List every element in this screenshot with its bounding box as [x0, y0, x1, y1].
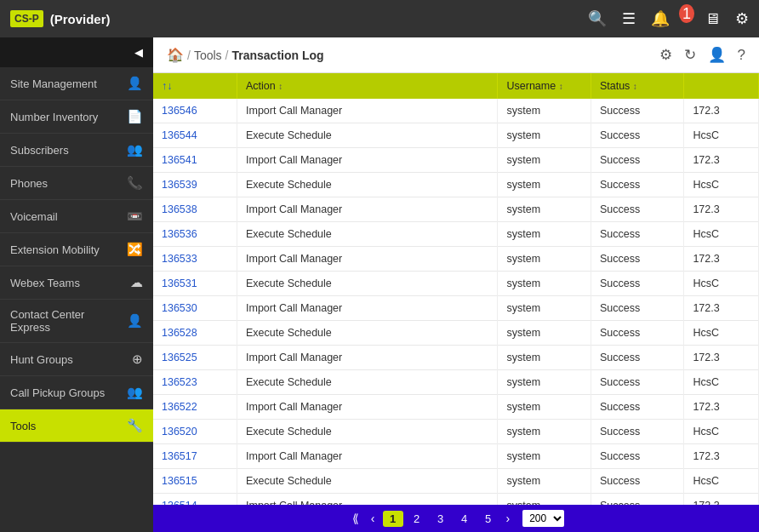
- hunt-groups-icon: ⊕: [132, 352, 143, 367]
- subscribers-icon: 👥: [127, 142, 143, 157]
- cell-id[interactable]: 136528: [153, 321, 237, 346]
- sidebar-item-subscribers[interactable]: Subscribers 👥: [0, 134, 153, 167]
- help-icon[interactable]: ?: [738, 47, 745, 64]
- table-row[interactable]: 136531 Execute Schedule system Success H…: [153, 272, 759, 296]
- table-row[interactable]: 136546 Import Call Manager system Succes…: [153, 99, 759, 123]
- cell-id[interactable]: 136536: [153, 222, 237, 247]
- table-row[interactable]: 136536 Execute Schedule system Success H…: [153, 222, 759, 247]
- cell-username: system: [498, 346, 591, 370]
- first-page-button[interactable]: ⟪: [348, 510, 363, 527]
- cell-username: system: [498, 197, 591, 222]
- table-row[interactable]: 136539 Execute Schedule system Success H…: [153, 173, 759, 197]
- table-row[interactable]: 136533 Import Call Manager system Succes…: [153, 247, 759, 272]
- sidebar-item-label: Call Pickup Groups: [10, 386, 122, 399]
- col-header-id[interactable]: ↑↓: [153, 73, 237, 99]
- next-page-button[interactable]: ›: [502, 510, 515, 527]
- cell-extra: HcsC: [684, 469, 759, 494]
- breadcrumb-sep-1: /: [187, 49, 191, 62]
- cell-extra: 172.3: [684, 346, 759, 370]
- table-row[interactable]: 136520 Execute Schedule system Success H…: [153, 420, 759, 444]
- cell-username: system: [498, 420, 591, 444]
- sidebar-item-hunt-groups[interactable]: Hunt Groups ⊕: [0, 343, 153, 376]
- search-icon[interactable]: 🔍: [588, 9, 607, 28]
- cell-id[interactable]: 136533: [153, 247, 237, 272]
- cell-status: Success: [591, 247, 683, 272]
- cell-id[interactable]: 136539: [153, 173, 237, 197]
- cell-id[interactable]: 136522: [153, 395, 237, 420]
- page-3-button[interactable]: 3: [431, 511, 451, 527]
- cell-action: Import Call Manager: [237, 197, 498, 222]
- status-sort-icon: ↕: [633, 82, 637, 91]
- page-1-button[interactable]: 1: [383, 511, 403, 527]
- table-row[interactable]: 136538 Import Call Manager system Succes…: [153, 197, 759, 222]
- cell-id[interactable]: 136544: [153, 123, 237, 148]
- col-header-username[interactable]: Username ↕: [498, 73, 591, 99]
- page-2-button[interactable]: 2: [407, 511, 427, 527]
- cell-id[interactable]: 136523: [153, 370, 237, 395]
- cell-action: Execute Schedule: [237, 469, 498, 494]
- cell-status: Success: [591, 272, 683, 296]
- sidebar-item-voicemail[interactable]: Voicemail 📼: [0, 200, 153, 233]
- cell-status: Success: [591, 469, 683, 494]
- monitor-icon[interactable]: 🖥: [705, 10, 720, 28]
- site-management-icon: 👤: [127, 76, 143, 91]
- sidebar-item-webex-teams[interactable]: Webex Teams ☁: [0, 266, 153, 300]
- cell-status: Success: [591, 296, 683, 321]
- cell-username: system: [498, 469, 591, 494]
- notifications-icon[interactable]: 🔔 1: [651, 9, 689, 28]
- sidebar-item-number-inventory[interactable]: Number Inventory 📄: [0, 100, 153, 134]
- sidebar-item-call-pickup-groups[interactable]: Call Pickup Groups 👥: [0, 376, 153, 409]
- sidebar-item-phones[interactable]: Phones 📞: [0, 167, 153, 200]
- cell-id[interactable]: 136546: [153, 99, 237, 123]
- list-icon[interactable]: ☰: [622, 9, 636, 28]
- sidebar-item-contact-center-express[interactable]: Contact Center Express 👤: [0, 300, 153, 343]
- table-row[interactable]: 136514 Import Call Manager system Succes…: [153, 494, 759, 506]
- cell-extra: HcsC: [684, 420, 759, 444]
- table-row[interactable]: 136517 Import Call Manager system Succes…: [153, 444, 759, 469]
- col-header-status[interactable]: Status ↕: [591, 73, 683, 99]
- sidebar-item-extension-mobility[interactable]: Extension Mobility 🔀: [0, 233, 153, 266]
- cell-action: Execute Schedule: [237, 222, 498, 247]
- cell-username: system: [498, 370, 591, 395]
- settings-icon[interactable]: ⚙: [735, 9, 749, 28]
- page-4-button[interactable]: 4: [454, 511, 475, 527]
- brand: CS-P (Provider): [10, 10, 588, 27]
- col-header-action[interactable]: Action ↕: [237, 73, 498, 99]
- sidebar-toggle[interactable]: ◀: [0, 37, 153, 67]
- table-row[interactable]: 136522 Import Call Manager system Succes…: [153, 395, 759, 420]
- home-icon[interactable]: 🏠: [167, 47, 184, 63]
- prev-page-button[interactable]: ‹: [367, 510, 380, 527]
- cell-id[interactable]: 136531: [153, 272, 237, 296]
- sidebar-item-tools[interactable]: Tools 🔧: [0, 409, 153, 443]
- cell-id[interactable]: 136517: [153, 444, 237, 469]
- page-5-button[interactable]: 5: [478, 511, 499, 527]
- table-row[interactable]: 136530 Import Call Manager system Succes…: [153, 296, 759, 321]
- filter-icon[interactable]: ⚙: [659, 46, 672, 64]
- refresh-icon[interactable]: ↻: [684, 46, 696, 64]
- per-page-select[interactable]: 200 50 100: [522, 510, 564, 527]
- breadcrumb-tools[interactable]: Tools: [194, 49, 222, 62]
- cell-status: Success: [591, 395, 683, 420]
- col-header-extra: [684, 73, 759, 99]
- cell-status: Success: [591, 222, 683, 247]
- table-row[interactable]: 136523 Execute Schedule system Success H…: [153, 370, 759, 395]
- cell-username: system: [498, 247, 591, 272]
- cell-id[interactable]: 136530: [153, 296, 237, 321]
- table-row[interactable]: 136525 Import Call Manager system Succes…: [153, 346, 759, 370]
- cell-id[interactable]: 136514: [153, 494, 237, 506]
- table-row[interactable]: 136528 Execute Schedule system Success H…: [153, 321, 759, 346]
- sort-icon: ↑↓: [162, 80, 173, 92]
- table-row[interactable]: 136515 Execute Schedule system Success H…: [153, 469, 759, 494]
- cell-status: Success: [591, 197, 683, 222]
- cell-id[interactable]: 136515: [153, 469, 237, 494]
- cell-id[interactable]: 136541: [153, 148, 237, 173]
- table-row[interactable]: 136541 Import Call Manager system Succes…: [153, 148, 759, 173]
- breadcrumb-bar: 🏠 / Tools / Transaction Log ⚙ ↻ 👤 ?: [153, 37, 759, 73]
- cell-status: Success: [591, 346, 683, 370]
- sidebar-item-site-management[interactable]: Site Management 👤: [0, 67, 153, 100]
- cell-id[interactable]: 136520: [153, 420, 237, 444]
- cell-id[interactable]: 136525: [153, 346, 237, 370]
- table-row[interactable]: 136544 Execute Schedule system Success H…: [153, 123, 759, 148]
- cell-id[interactable]: 136538: [153, 197, 237, 222]
- user-icon[interactable]: 👤: [708, 46, 726, 64]
